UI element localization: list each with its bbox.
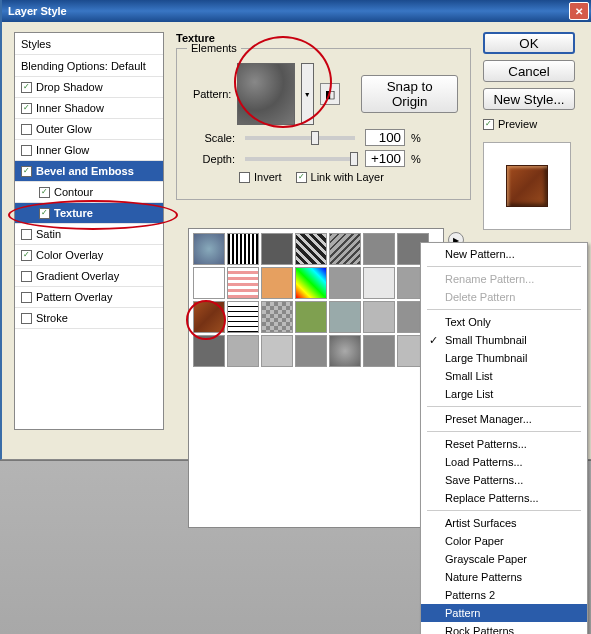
- menu-rename-pattern: Rename Pattern...: [421, 270, 587, 288]
- menu-text-only[interactable]: Text Only: [421, 313, 587, 331]
- pattern-swatch[interactable]: [193, 301, 225, 333]
- menu-new-pattern[interactable]: New Pattern...: [421, 245, 587, 263]
- checkbox-icon[interactable]: ✓: [39, 187, 50, 198]
- close-icon[interactable]: ✕: [569, 2, 589, 20]
- ok-button[interactable]: OK: [483, 32, 575, 54]
- blending-options[interactable]: Blending Options: Default: [15, 55, 163, 77]
- pattern-swatch[interactable]: [363, 267, 395, 299]
- checkbox-icon[interactable]: ✓: [21, 103, 32, 114]
- menu-color-paper[interactable]: Color Paper: [421, 532, 587, 550]
- menu-save-patterns[interactable]: Save Patterns...: [421, 471, 587, 489]
- snap-to-origin-button[interactable]: Snap to Origin: [361, 75, 458, 113]
- chevron-down-icon[interactable]: ▼: [301, 63, 314, 125]
- checkbox-icon[interactable]: ✓: [21, 250, 32, 261]
- pattern-swatch[interactable]: [237, 63, 294, 125]
- style-inner-shadow[interactable]: ✓Inner Shadow: [15, 98, 163, 119]
- pattern-swatch[interactable]: [329, 301, 361, 333]
- checkbox-icon[interactable]: [21, 124, 32, 135]
- pattern-swatch[interactable]: [295, 267, 327, 299]
- pattern-label: Pattern:: [189, 88, 231, 100]
- style-drop-shadow[interactable]: ✓Drop Shadow: [15, 77, 163, 98]
- pattern-swatch[interactable]: [227, 267, 259, 299]
- menu-large-list[interactable]: Large List: [421, 385, 587, 403]
- pattern-swatch[interactable]: [295, 301, 327, 333]
- menu-replace-patterns[interactable]: Replace Patterns...: [421, 489, 587, 507]
- pattern-swatch[interactable]: [193, 267, 225, 299]
- menu-nature-patterns[interactable]: Nature Patterns: [421, 568, 587, 586]
- pattern-swatch[interactable]: [295, 233, 327, 265]
- style-contour[interactable]: ✓Contour: [15, 182, 163, 203]
- menu-load-patterns[interactable]: Load Patterns...: [421, 453, 587, 471]
- styles-list: Styles Blending Options: Default ✓Drop S…: [14, 32, 164, 430]
- pattern-swatch[interactable]: [193, 335, 225, 367]
- menu-large-thumbnail[interactable]: Large Thumbnail: [421, 349, 587, 367]
- style-pattern-overlay[interactable]: Pattern Overlay: [15, 287, 163, 308]
- preview-swatch: [483, 142, 571, 230]
- checkbox-icon[interactable]: ✓: [21, 82, 32, 93]
- checkbox-icon[interactable]: [21, 145, 32, 156]
- pattern-swatch[interactable]: [329, 335, 361, 367]
- pattern-swatch[interactable]: [227, 233, 259, 265]
- menu-artist-surfaces[interactable]: Artist Surfaces: [421, 514, 587, 532]
- depth-label: Depth:: [189, 153, 235, 165]
- pattern-swatch[interactable]: [261, 233, 293, 265]
- pattern-swatch[interactable]: [363, 335, 395, 367]
- menu-pattern[interactable]: Pattern: [421, 604, 587, 622]
- depth-slider[interactable]: [245, 157, 355, 161]
- style-bevel-emboss[interactable]: ✓Bevel and Emboss: [15, 161, 163, 182]
- style-satin[interactable]: Satin: [15, 224, 163, 245]
- menu-reset-patterns[interactable]: Reset Patterns...: [421, 435, 587, 453]
- invert-label[interactable]: Invert: [254, 171, 282, 183]
- pattern-swatch[interactable]: [329, 267, 361, 299]
- menu-small-list[interactable]: Small List: [421, 367, 587, 385]
- cancel-button[interactable]: Cancel: [483, 60, 575, 82]
- checkbox-icon[interactable]: [21, 313, 32, 324]
- new-style-button[interactable]: New Style...: [483, 88, 575, 110]
- checkbox-icon[interactable]: [21, 229, 32, 240]
- pattern-picker: [188, 228, 444, 528]
- pattern-swatch[interactable]: [363, 301, 395, 333]
- style-gradient-overlay[interactable]: Gradient Overlay: [15, 266, 163, 287]
- pattern-swatch[interactable]: [227, 335, 259, 367]
- scale-slider[interactable]: [245, 136, 355, 140]
- checkbox-icon[interactable]: ✓: [39, 208, 50, 219]
- pattern-swatch[interactable]: [329, 233, 361, 265]
- style-color-overlay[interactable]: ✓Color Overlay: [15, 245, 163, 266]
- menu-preset-manager[interactable]: Preset Manager...: [421, 410, 587, 428]
- menu-delete-pattern: Delete Pattern: [421, 288, 587, 306]
- checkbox-icon[interactable]: [21, 271, 32, 282]
- link-label[interactable]: Link with Layer: [311, 171, 384, 183]
- elements-group: Elements Pattern: ▼ ◧ Snap to Origin Sca…: [176, 48, 471, 200]
- menu-grayscale-paper[interactable]: Grayscale Paper: [421, 550, 587, 568]
- new-preset-icon[interactable]: ◧: [320, 83, 340, 105]
- checkbox-icon[interactable]: ✓: [21, 166, 32, 177]
- menu-small-thumbnail[interactable]: ✓Small Thumbnail: [421, 331, 587, 349]
- menu-patterns-2[interactable]: Patterns 2: [421, 586, 587, 604]
- checkbox-icon[interactable]: ✓: [296, 172, 307, 183]
- style-outer-glow[interactable]: Outer Glow: [15, 119, 163, 140]
- dialog-title: Layer Style: [8, 5, 67, 17]
- titlebar: Layer Style ✕: [2, 0, 591, 22]
- scale-label: Scale:: [189, 132, 235, 144]
- scale-input[interactable]: [365, 129, 405, 146]
- checkbox-icon[interactable]: [239, 172, 250, 183]
- pattern-swatch[interactable]: [363, 233, 395, 265]
- menu-rock-patterns[interactable]: Rock Patterns: [421, 622, 587, 634]
- checkbox-icon[interactable]: ✓: [483, 119, 494, 130]
- depth-input[interactable]: [365, 150, 405, 167]
- pattern-swatch[interactable]: [261, 267, 293, 299]
- style-texture[interactable]: ✓Texture: [15, 203, 163, 224]
- preview-label[interactable]: Preview: [498, 118, 537, 130]
- pattern-swatch[interactable]: [261, 301, 293, 333]
- pattern-flyout-menu: New Pattern... Rename Pattern... Delete …: [420, 242, 588, 634]
- style-stroke[interactable]: Stroke: [15, 308, 163, 329]
- checkbox-icon[interactable]: [21, 292, 32, 303]
- styles-header[interactable]: Styles: [15, 33, 163, 55]
- pattern-swatch[interactable]: [227, 301, 259, 333]
- check-icon: ✓: [429, 334, 438, 347]
- pattern-swatch[interactable]: [193, 233, 225, 265]
- pattern-swatch[interactable]: [261, 335, 293, 367]
- style-inner-glow[interactable]: Inner Glow: [15, 140, 163, 161]
- group-label: Elements: [187, 42, 241, 54]
- pattern-swatch[interactable]: [295, 335, 327, 367]
